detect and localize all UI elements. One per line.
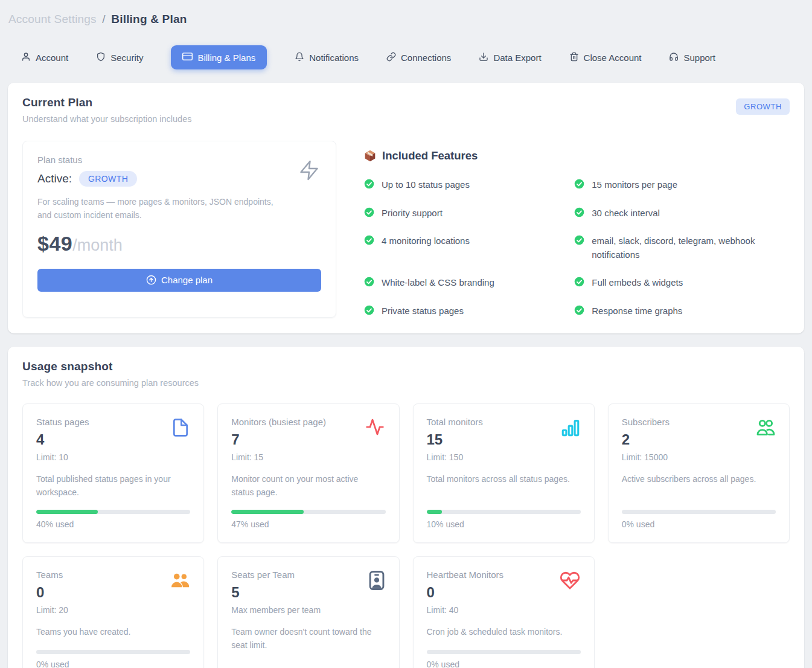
current-plan-panel: Current Plan Understand what your subscr… <box>8 83 804 333</box>
feature-item: Response time graphs <box>574 304 790 318</box>
tab-support[interactable]: Support <box>669 52 715 63</box>
included-features-title: Included Features <box>382 149 478 162</box>
usage-card-seats-per-team: Seats per Team 5 Max members per team Te… <box>217 556 399 668</box>
feature-item: Private status pages <box>364 304 563 318</box>
heart-pulse-icon <box>559 570 581 593</box>
link-icon <box>386 52 396 63</box>
tab-label: Account <box>36 53 68 63</box>
credit-card-icon <box>182 51 193 63</box>
tab-connections[interactable]: Connections <box>386 52 451 63</box>
download-icon <box>479 52 488 63</box>
usage-grid: Status pages 4 Limit: 10 Total published… <box>22 403 790 668</box>
plan-status-badge: GROWTH <box>79 171 137 187</box>
usage-progress: 0% used <box>36 639 190 668</box>
change-plan-label: Change plan <box>161 275 213 285</box>
billing-page: Account Settings / Billing & Plan Accoun… <box>0 0 812 668</box>
bar-chart-icon <box>560 417 581 440</box>
feature-item: Priority support <box>364 207 563 220</box>
activity-icon <box>364 417 386 439</box>
plan-status-label: Plan status <box>37 155 321 165</box>
plan-period: /month <box>72 236 123 255</box>
tab-account[interactable]: Account <box>21 52 68 63</box>
shield-icon <box>96 52 106 63</box>
arrow-up-circle-icon <box>146 275 156 285</box>
plan-status-card: Plan status Active: GROWTH For scaling t… <box>22 141 336 318</box>
usage-title: Usage snapshot <box>22 360 199 373</box>
bell-icon <box>295 52 304 63</box>
tab-billing-plans[interactable]: Billing & Plans <box>171 45 267 69</box>
change-plan-button[interactable]: Change plan <box>37 269 321 292</box>
feature-item: 30 check interval <box>574 207 790 220</box>
usage-card-total-monitors: Total monitors 15 Limit: 150 Total monit… <box>413 403 595 543</box>
tab-label: Close Account <box>584 53 642 63</box>
usage-progress: 47% used <box>231 499 385 529</box>
feature-item: 4 monitoring locations <box>364 234 563 262</box>
current-plan-title: Current Plan <box>22 96 191 109</box>
tab-label: Billing & Plans <box>197 53 255 63</box>
tab-notifications[interactable]: Notifications <box>295 52 359 63</box>
features-grid: Up to 10 status pages 15 monitors per pa… <box>364 178 790 318</box>
breadcrumb: Account Settings / Billing & Plan <box>8 8 804 26</box>
headset-icon <box>669 52 679 63</box>
usage-subtitle: Track how you are consuming plan resourc… <box>22 378 199 388</box>
usage-progress: 10% used <box>427 499 581 529</box>
breadcrumb-separator: / <box>102 13 105 25</box>
tab-label: Data Export <box>493 53 541 63</box>
usage-card-teams: Teams 0 Limit: 20 Teams you have created… <box>22 556 204 668</box>
tab-label: Connections <box>401 53 451 63</box>
feature-item: email, slack, discord, telegram, webhook… <box>574 234 790 262</box>
tab-label: Notifications <box>309 53 359 63</box>
users-filled-icon <box>168 570 190 593</box>
breadcrumb-section[interactable]: Account Settings <box>8 13 97 25</box>
plan-status-value: Active: <box>37 172 72 185</box>
zap-icon <box>298 159 320 184</box>
id-badge-icon <box>368 570 386 593</box>
usage-card-heartbeat-monitors: Heartbeat Monitors 0 Limit: 40 Cron job … <box>413 556 595 668</box>
page-title: Billing & Plan <box>111 13 187 25</box>
users-outline-icon <box>754 417 776 440</box>
tab-data-export[interactable]: Data Export <box>479 52 541 63</box>
plan-price: $49 <box>37 232 72 255</box>
plan-description: For scaling teams — more pages & monitor… <box>37 195 285 222</box>
current-plan-subtitle: Understand what your subscription includ… <box>22 114 191 124</box>
tab-label: Security <box>110 53 143 63</box>
usage-card-status-pages: Status pages 4 Limit: 10 Total published… <box>22 403 204 543</box>
tab-security[interactable]: Security <box>96 52 143 63</box>
settings-tabbar: Account Security Billing & Plans Notific… <box>8 45 804 69</box>
usage-card-subscribers: Subscribers 2 Limit: 15000 Active subscr… <box>608 403 790 543</box>
feature-item: White-label & CSS branding <box>364 276 563 290</box>
usage-card-monitors-busiest: Monitors (busiest page) 7 Limit: 15 Moni… <box>217 403 399 543</box>
user-icon <box>21 52 31 63</box>
tab-close-account[interactable]: Close Account <box>569 52 642 63</box>
feature-item: Full embeds & widgets <box>574 276 790 290</box>
file-icon <box>171 417 190 440</box>
package-icon <box>364 150 376 162</box>
tab-label: Support <box>683 53 715 63</box>
feature-item: Up to 10 status pages <box>364 178 563 192</box>
usage-progress: 0% used <box>427 639 581 668</box>
included-features: Included Features Up to 10 status pages … <box>364 141 790 318</box>
feature-item: 15 monitors per page <box>574 178 790 192</box>
usage-snapshot-panel: Usage snapshot Track how you are consumi… <box>8 347 804 668</box>
trash-icon <box>569 52 579 63</box>
usage-progress: 0% used <box>622 499 776 529</box>
plan-badge: GROWTH <box>736 98 790 115</box>
usage-progress: 40% used <box>36 499 190 529</box>
